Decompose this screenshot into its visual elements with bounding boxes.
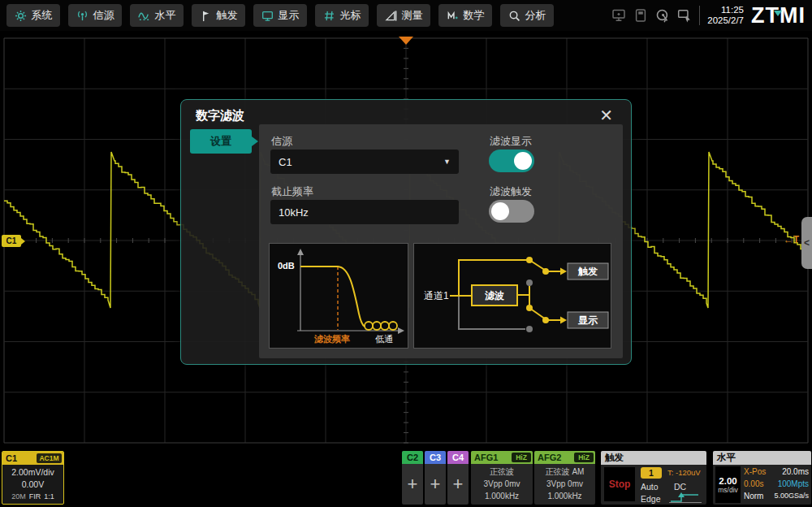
- afg1-box[interactable]: AFG1 HiZ 正弦波 3Vpp 0mv 1.000kHz: [471, 451, 533, 505]
- add-channel-icon: +: [425, 464, 446, 505]
- cutoff-frequency-input[interactable]: 10kHz: [270, 200, 459, 224]
- impedance-badge: HiZ: [512, 453, 531, 462]
- source-label: 信源: [271, 134, 292, 149]
- tab-settings[interactable]: 设置: [190, 129, 252, 154]
- channel-c1-box[interactable]: C1 AC1M 2.00mV/div 0.00V 20M FIR 1:1: [2, 451, 64, 505]
- display-button[interactable]: 显示: [253, 4, 307, 27]
- button-label: 分析: [525, 8, 546, 23]
- graticule-area: C1 ←T < 数字滤波 ✕ 设置 信源 C1 ▼ 滤波显示 截止频率 10kH…: [0, 0, 812, 507]
- broadcast-icon: [76, 10, 89, 22]
- trigger-source-badge: 1: [641, 467, 662, 479]
- button-label: 水平: [155, 8, 176, 23]
- touch-hand-icon: [677, 8, 692, 23]
- filter-trigger-label: 滤波触发: [490, 184, 532, 199]
- sample-rate: 5.00GSa/s: [770, 492, 809, 500]
- xpos-value: 0.00s: [744, 479, 763, 488]
- memory-depth: 100Mpts: [770, 479, 809, 488]
- system-button[interactable]: 系统: [6, 4, 60, 27]
- channel-name: C4: [447, 451, 469, 464]
- date: 2025/2/7: [707, 15, 744, 26]
- timebase-button[interactable]: 2.00 ms/div: [715, 466, 741, 503]
- afg-frequency: 1.000kHz: [534, 490, 595, 502]
- button-label: 数学: [464, 8, 485, 23]
- trigger-block-label: 触发: [577, 266, 598, 277]
- cutoff-frequency-label: 截止频率: [271, 184, 313, 199]
- c1-probe: 1:1: [44, 491, 54, 503]
- c1-bandwidth: 20M: [11, 491, 26, 503]
- acquisition-state-button[interactable]: Stop: [604, 467, 635, 501]
- c1-scale: 2.00mV/div: [2, 466, 63, 479]
- stopband-ripple: [365, 322, 397, 330]
- trigger-mode: Auto: [641, 482, 659, 492]
- signal-routing-panel: 通道1 滤波 触发 显示: [413, 243, 611, 349]
- digital-filter-dialog: 数字滤波 ✕ 设置 信源 C1 ▼ 滤波显示 截止频率 10kHz 滤波触发: [180, 99, 632, 365]
- toggle-knob: [491, 202, 509, 220]
- filter-display-toggle[interactable]: [489, 150, 534, 172]
- afg-wave: 正弦波: [471, 466, 533, 478]
- gain-label: 0dB: [278, 261, 295, 271]
- ruler-icon: [385, 10, 397, 22]
- dialog-title: 数字滤波: [196, 108, 244, 124]
- button-label: 光标: [340, 8, 361, 23]
- logo-accent-icon: [774, 11, 782, 16]
- trigger-position-marker[interactable]: [399, 37, 413, 45]
- cutoff-caption: 滤波频率: [313, 334, 350, 344]
- channel-name: C1: [6, 453, 17, 463]
- chevron-left-icon: <: [804, 237, 810, 249]
- monitor-icon: [261, 10, 274, 22]
- clock: 11:25 2025/2/7: [707, 5, 744, 26]
- flag-icon: [200, 10, 212, 22]
- xpos-label: X-Pos: [744, 467, 766, 476]
- channel-c2-box[interactable]: C2 +: [402, 451, 423, 505]
- brand-logo: ZTMI: [751, 0, 809, 31]
- top-toolbar: 系统 信源 水平 触发 显示 光标 测量 数学: [0, 0, 812, 31]
- source-select[interactable]: C1 ▼: [270, 150, 459, 174]
- source-button[interactable]: 信源: [68, 4, 122, 27]
- trigger-button[interactable]: 触发: [192, 4, 245, 27]
- filter-block-label: 滤波: [485, 290, 504, 301]
- timebase-unit: ms/div: [718, 486, 738, 494]
- button-label: 显示: [279, 8, 300, 23]
- window-span: 20.0ms: [770, 467, 809, 476]
- trigger-coupling: DC: [674, 482, 686, 492]
- math-button[interactable]: 数学: [438, 4, 492, 27]
- channel-name: C2: [402, 451, 423, 464]
- afg2-box[interactable]: AFG2 HiZ 正弦波 AM 3Vpp 0mv 1.000kHz: [534, 451, 595, 505]
- trigger-level: T: -120uV: [667, 468, 701, 477]
- analyze-button[interactable]: 分析: [500, 4, 554, 27]
- add-channel-icon: +: [402, 464, 423, 505]
- afg-amplitude: 3Vpp 0mv: [471, 478, 533, 490]
- trigger-status-panel[interactable]: 触发 Stop 1 Auto Edge T: -120uV DC: [601, 451, 706, 505]
- horizontal-button[interactable]: 水平: [130, 4, 184, 27]
- c1-level-marker[interactable]: C1: [2, 235, 21, 247]
- filter-trigger-toggle[interactable]: [489, 200, 534, 223]
- horizontal-status-panel[interactable]: 水平 2.00 ms/div X-Pos 20.0ms 0.00s 100Mpt…: [713, 451, 811, 505]
- afg-wave: 正弦波 AM: [534, 466, 595, 478]
- timebase-scale: 2.00: [719, 476, 736, 486]
- channel1-label: 通道1: [424, 290, 449, 301]
- trigger-level-marker[interactable]: ←T: [784, 234, 799, 245]
- chevron-down-icon: ▼: [443, 158, 451, 166]
- search-icon: [508, 10, 520, 22]
- channel-name: C3: [425, 451, 446, 464]
- channel-c4-box[interactable]: C4 +: [447, 451, 469, 505]
- touch-ring-icon: [655, 8, 670, 23]
- side-panel-handle[interactable]: <: [801, 217, 812, 269]
- button-label: 系统: [32, 8, 53, 23]
- afg-name: AFG2: [538, 453, 561, 462]
- close-icon[interactable]: ✕: [594, 104, 618, 127]
- bottom-status-bar: C1 AC1M 2.00mV/div 0.00V 20M FIR 1:1 C2 …: [0, 448, 812, 507]
- gear-icon: [15, 10, 27, 22]
- channel-c3-box[interactable]: C3 +: [425, 451, 446, 505]
- button-label: 触发: [217, 8, 238, 23]
- cursor-button[interactable]: 光标: [315, 4, 369, 27]
- c1-filter: FIR: [29, 491, 41, 503]
- add-channel-icon: +: [447, 464, 469, 505]
- grid-icon: [323, 10, 335, 22]
- measure-button[interactable]: 测量: [377, 4, 430, 27]
- button-label: 信源: [93, 8, 114, 23]
- coupling-badge: AC1M: [37, 453, 62, 463]
- rising-edge-icon: [669, 492, 702, 503]
- lowpass-caption: 低通: [375, 334, 393, 344]
- response-curve: [300, 266, 365, 327]
